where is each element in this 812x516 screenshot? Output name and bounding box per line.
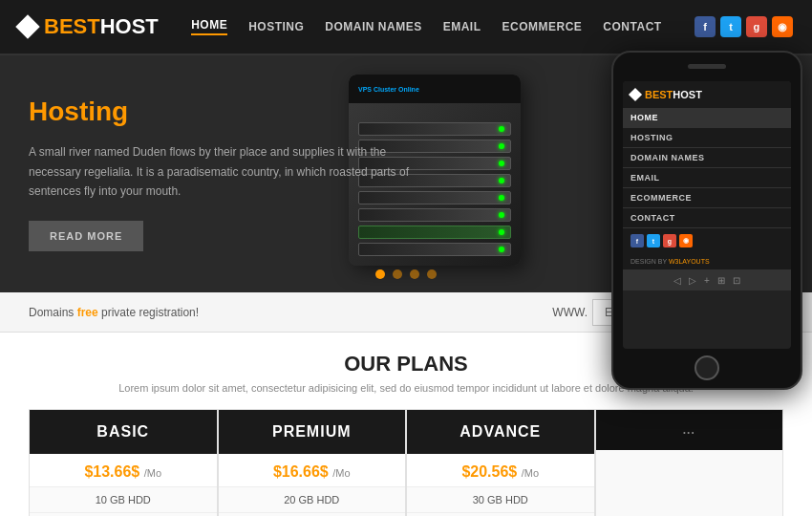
plan-advance-feature-1: 30 GB HDD bbox=[407, 487, 594, 513]
plan-premium-header: PREMIUM bbox=[219, 410, 406, 454]
nav-email[interactable]: EMAIL bbox=[443, 20, 481, 33]
dot-1[interactable] bbox=[375, 269, 385, 279]
googleplus-icon[interactable]: g bbox=[746, 16, 767, 37]
plan-advance: ADVANCE $20.56$ /Mo 30 GB HDD 1000GB Ban… bbox=[406, 409, 595, 516]
domain-bar: Domains free private registration! WWW. bbox=[0, 292, 812, 333]
main-nav: HOME HOSTING DOMAIN NAMES EMAIL ECOMMERC… bbox=[191, 18, 661, 35]
plan-extra: ... bbox=[595, 409, 784, 516]
hero-description: A small river named Duden flows by their… bbox=[29, 142, 439, 201]
plan-premium-feature-1: 20 GB HDD bbox=[219, 487, 406, 513]
read-more-button[interactable]: READ MORE bbox=[29, 221, 143, 251]
plan-basic-header: BASIC bbox=[30, 410, 217, 454]
nav-home[interactable]: HOME bbox=[191, 18, 227, 35]
logo-text: BESTHOST bbox=[44, 14, 159, 39]
plan-advance-price-mo: /Mo bbox=[522, 467, 539, 479]
plans-grid: BASIC $13.66$ /Mo 10 GB HDD 100GB Bandwi… bbox=[29, 409, 783, 516]
logo: BESTHOST bbox=[19, 14, 159, 39]
dot-3[interactable] bbox=[410, 269, 419, 279]
plan-basic-price-mo: /Mo bbox=[144, 467, 161, 479]
domain-input[interactable] bbox=[592, 299, 783, 326]
nav-hosting[interactable]: HOSTING bbox=[248, 20, 304, 33]
rss-icon[interactable]: ◉ bbox=[772, 16, 793, 37]
facebook-icon[interactable]: f bbox=[694, 16, 716, 37]
plan-advance-header: ADVANCE bbox=[407, 410, 594, 454]
plan-advance-price: $20.56$ /Mo bbox=[407, 454, 594, 487]
plan-advance-price-val: $20.56$ bbox=[461, 463, 517, 480]
plan-premium: PREMIUM $16.66$ /Mo 20 GB HDD 1000GB Ban… bbox=[218, 409, 407, 516]
plan-premium-price: $16.66$ /Mo bbox=[219, 454, 406, 487]
carousel-dots bbox=[375, 269, 437, 279]
logo-accent: BEST bbox=[44, 14, 100, 38]
dot-2[interactable] bbox=[393, 269, 402, 279]
plans-section: OUR PLANS Lorem ipsum dolor sit amet, co… bbox=[0, 333, 812, 516]
plan-basic-feature-1: 10 GB HDD bbox=[30, 487, 217, 513]
plan-basic: BASIC $13.66$ /Mo 10 GB HDD 100GB Bandwi… bbox=[29, 409, 218, 516]
social-icons: f t g ◉ bbox=[694, 16, 793, 37]
plan-basic-price: $13.66$ /Mo bbox=[30, 454, 217, 487]
domain-text: Domains free private registration! bbox=[29, 306, 199, 319]
free-label: free bbox=[77, 306, 98, 319]
nav-domain-names[interactable]: DOMAIN NAMES bbox=[325, 20, 421, 33]
plan-extra-header: ... bbox=[596, 410, 783, 450]
hero-section: Hosting A small river named Duden flows … bbox=[0, 55, 812, 292]
plan-premium-price-mo: /Mo bbox=[332, 467, 350, 479]
nav-contact[interactable]: CONTACT bbox=[603, 20, 661, 33]
hero-content: Hosting A small river named Duden flows … bbox=[29, 97, 439, 250]
hero-title: Hosting bbox=[29, 97, 439, 127]
twitter-icon[interactable]: t bbox=[720, 16, 741, 37]
plans-description: Lorem ipsum dolor sit amet, consectetur … bbox=[29, 382, 783, 394]
plan-premium-price-val: $16.66$ bbox=[273, 463, 329, 480]
nav-ecommerce[interactable]: ECOMMERCE bbox=[502, 20, 583, 33]
plan-basic-price-val: $13.66$ bbox=[84, 463, 139, 480]
dot-4[interactable] bbox=[427, 269, 437, 279]
plans-title: OUR PLANS bbox=[29, 352, 783, 376]
logo-diamond-icon bbox=[15, 14, 39, 38]
www-label: WWW. bbox=[552, 306, 588, 319]
domain-search-wrap: WWW. bbox=[552, 299, 783, 326]
header: BESTHOST HOME HOSTING DOMAIN NAMES EMAIL… bbox=[0, 0, 812, 55]
logo-name: HOST bbox=[100, 14, 159, 38]
